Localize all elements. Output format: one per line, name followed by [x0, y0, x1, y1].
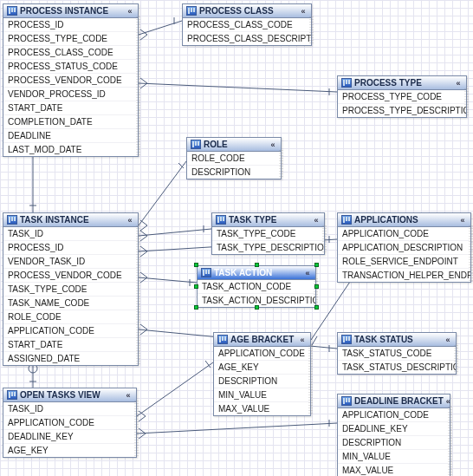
entity-role[interactable]: ROLE«ROLE_CODEDESCRIPTION [186, 137, 282, 179]
column[interactable]: VENDOR_TASK_ID [3, 254, 138, 268]
selection-handle[interactable] [194, 305, 198, 310]
column[interactable]: MAX_VALUE [214, 401, 310, 415]
resize-handle[interactable] [136, 16, 140, 156]
column[interactable]: PROCESS_TYPE_CODE [3, 31, 138, 45]
entity-task_action[interactable]: TASK ACTION«TASK_ACTION_CODETASK_ACTION_… [197, 265, 316, 308]
resize-handle[interactable] [308, 345, 313, 415]
collapse-icon[interactable]: « [444, 336, 452, 344]
column[interactable]: PROCESS_CLASS_CODE [183, 18, 311, 31]
resize-handle[interactable] [322, 225, 327, 254]
collapse-icon[interactable]: « [299, 7, 308, 16]
column[interactable]: APPLICATION_CODE [214, 347, 310, 360]
entity-header[interactable]: TASK TYPE« [212, 213, 324, 227]
selection-handle[interactable] [255, 305, 259, 310]
entity-open_tasks_view[interactable]: OPEN TASKS VIEW«TASK_IDAPPLICATION_CODED… [3, 388, 137, 458]
column[interactable]: COMPLETION_DATE [3, 114, 138, 128]
column[interactable]: PROCESS_TYPE_CODE [338, 90, 466, 103]
column[interactable]: TASK_ACTION_CODE [198, 280, 315, 293]
column[interactable]: TASK_TYPE_CODE [3, 282, 138, 296]
column[interactable]: TRANSACTION_HELPER_ENDPOINT [338, 268, 470, 282]
column[interactable]: PROCESS_CLASS_CODE [3, 45, 138, 59]
column[interactable]: ROLE_SERVICE_ENDPOINT [338, 254, 470, 268]
collapse-icon[interactable]: « [298, 336, 307, 344]
resize-handle[interactable] [448, 407, 452, 476]
column[interactable]: START_DATE [3, 337, 138, 351]
column[interactable]: ROLE_CODE [187, 152, 281, 165]
collapse-icon[interactable]: « [446, 397, 450, 406]
column[interactable]: TASK_ID [3, 227, 138, 240]
column[interactable]: PROCESS_TYPE_DESCRIPTION [338, 103, 466, 117]
column[interactable]: ROLE_CODE [3, 310, 138, 323]
resize-handle[interactable] [314, 278, 318, 307]
column[interactable]: APPLICATION_CODE [338, 227, 470, 240]
column[interactable]: PROCESS_ID [3, 18, 138, 31]
column[interactable]: PROCESS_VENDOR_CODE [3, 268, 138, 282]
resize-handle[interactable] [136, 225, 140, 365]
entity-header[interactable]: ROLE« [187, 138, 281, 152]
selection-handle[interactable] [194, 284, 198, 289]
collapse-icon[interactable]: « [454, 79, 463, 88]
column[interactable]: TASK_TYPE_DESCRIPTION [212, 240, 324, 254]
entity-header[interactable]: TASK STATUS« [338, 333, 456, 347]
entity-header[interactable]: PROCESS CLASS« [183, 4, 311, 18]
column[interactable]: VENDOR_PROCESS_ID [3, 87, 138, 101]
collapse-icon[interactable]: « [269, 140, 277, 149]
column[interactable]: AGE_KEY [3, 443, 136, 457]
column[interactable]: APPLICATION_CODE [3, 323, 138, 337]
column[interactable]: APPLICATION_CODE [338, 408, 450, 421]
resize-handle[interactable] [134, 401, 139, 457]
column[interactable]: APPLICATION_DESCRIPTION [338, 240, 470, 254]
column[interactable]: DEADLINE [3, 128, 138, 142]
collapse-icon[interactable]: « [312, 216, 321, 225]
resize-handle[interactable] [309, 16, 314, 45]
column[interactable]: MAX_VALUE [338, 463, 450, 476]
column[interactable]: PROCESS_VENDOR_CODE [3, 73, 138, 87]
entity-header[interactable]: OPEN TASKS VIEW« [3, 388, 136, 402]
selection-handle[interactable] [314, 263, 319, 267]
collapse-icon[interactable]: « [124, 391, 133, 400]
resize-handle[interactable] [464, 88, 469, 117]
entity-process_instance[interactable]: PROCESS INSTANCE«PROCESS_IDPROCESS_TYPE_… [3, 3, 139, 157]
entity-header[interactable]: AGE BRACKET« [214, 333, 310, 347]
column[interactable]: LAST_MOD_DATE [3, 142, 138, 156]
selection-handle[interactable] [194, 263, 198, 267]
entity-deadline_bracket[interactable]: DEADLINE BRACKET«APPLICATION_CODEDEADLIN… [337, 394, 450, 476]
selection-handle[interactable] [314, 284, 319, 289]
entity-process_class[interactable]: PROCESS CLASS«PROCESS_CLASS_CODEPROCESS_… [182, 3, 312, 46]
column[interactable]: TASK_TYPE_CODE [212, 227, 324, 240]
selection-handle[interactable] [314, 305, 319, 310]
column[interactable]: MIN_VALUE [338, 449, 450, 463]
entity-header[interactable]: DEADLINE BRACKET« [338, 394, 450, 408]
column[interactable]: TASK_STATUS_CODE [338, 347, 456, 360]
column[interactable]: DESCRIPTION [338, 435, 450, 449]
entity-header[interactable]: APPLICATIONS« [338, 213, 470, 227]
entity-header[interactable]: TASK ACTION« [198, 266, 315, 280]
column[interactable]: DESCRIPTION [214, 374, 310, 388]
entity-age_bracket[interactable]: AGE BRACKET«APPLICATION_CODEAGE_KEYDESCR… [213, 332, 311, 416]
collapse-icon[interactable]: « [303, 269, 312, 277]
collapse-icon[interactable]: « [126, 216, 134, 225]
column[interactable]: AGE_KEY [214, 360, 310, 374]
selection-handle[interactable] [255, 263, 259, 267]
resize-handle[interactable] [469, 225, 473, 282]
column[interactable]: DESCRIPTION [187, 165, 281, 179]
resize-handle[interactable] [279, 150, 283, 179]
column[interactable]: ASSIGNED_DATE [3, 351, 138, 365]
entity-header[interactable]: TASK INSTANCE« [3, 213, 138, 227]
column[interactable]: START_DATE [3, 101, 138, 114]
column[interactable]: TASK_NAME_CODE [3, 296, 138, 310]
entity-header[interactable]: PROCESS INSTANCE« [3, 4, 138, 18]
column[interactable]: PROCESS_ID [3, 240, 138, 254]
entity-task_status[interactable]: TASK STATUS«TASK_STATUS_CODETASK_STATUS_… [337, 332, 457, 375]
entity-task_instance[interactable]: TASK INSTANCE«TASK_IDPROCESS_IDVENDOR_TA… [3, 212, 139, 366]
collapse-icon[interactable]: « [126, 7, 134, 16]
entity-header[interactable]: PROCESS TYPE« [338, 76, 466, 90]
collapse-icon[interactable]: « [458, 216, 467, 225]
column[interactable]: DEADLINE_KEY [338, 421, 450, 435]
column[interactable]: APPLICATION_CODE [3, 415, 136, 429]
column[interactable]: PROCESS_STATUS_CODE [3, 59, 138, 73]
entity-task_type[interactable]: TASK TYPE«TASK_TYPE_CODETASK_TYPE_DESCRI… [211, 212, 325, 255]
entity-process_type[interactable]: PROCESS TYPE«PROCESS_TYPE_CODEPROCESS_TY… [337, 75, 467, 118]
column[interactable]: TASK_ID [3, 402, 136, 415]
column[interactable]: MIN_VALUE [214, 388, 310, 401]
